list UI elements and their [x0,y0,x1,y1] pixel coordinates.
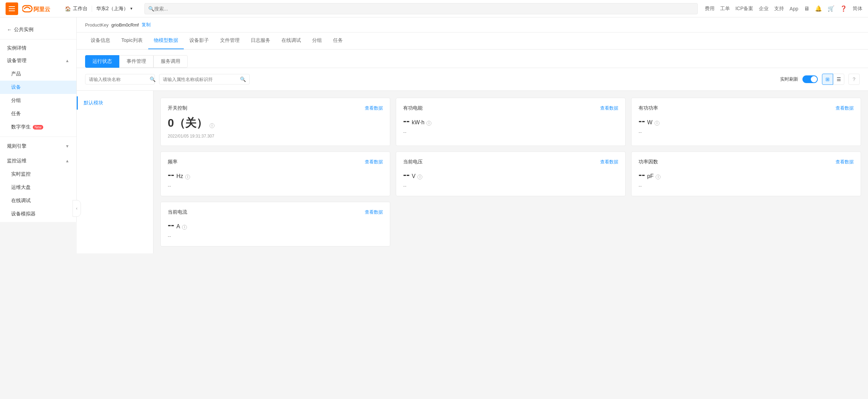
tab-group[interactable]: 分组 [307,32,327,49]
subtab-service-call[interactable]: 服务调用 [153,55,188,68]
chevron-down-icon-rule: ▼ [65,144,69,149]
info-icon-3[interactable]: i [185,175,190,179]
card-view-data-link-4[interactable]: 查看数据 [600,159,618,165]
nav-help-icon[interactable]: ❓ [840,5,847,12]
data-card-1: 有功电能 查看数据 -- kW·h i -- [396,98,626,146]
sidebar-instance-detail[interactable]: 实例详情 [0,42,76,54]
info-icon-4[interactable]: i [417,175,422,179]
tab-thing-model[interactable]: 物模型数据 [148,32,184,49]
arrow-left-icon: ← [7,27,12,32]
info-icon-5[interactable]: i [656,175,661,179]
sidebar-item-online-debug[interactable]: 在线调试 [0,194,76,207]
card-dash-6: -- [168,234,383,239]
nav-support[interactable]: 支持 [774,6,784,12]
logo-icon: 阿里云 [22,3,54,14]
subtab-running-state[interactable]: 运行状态 [85,55,119,68]
new-badge: New [33,125,43,130]
nav-icp[interactable]: ICP备案 [735,6,753,12]
nav-fees[interactable]: 费用 [705,6,715,12]
copy-button[interactable]: 复制 [142,22,151,28]
card-view-data-link-3[interactable]: 查看数据 [365,159,383,165]
help-button[interactable]: ? [848,74,860,85]
sidebar-item-product[interactable]: 产品 [0,67,76,81]
card-view-data-link-6[interactable]: 查看数据 [365,209,383,215]
module-filter[interactable]: 🔍 [85,74,155,84]
grid-icon: ⊞ [825,76,830,82]
region-label: 华东2（上海） [96,6,128,12]
sidebar-item-group[interactable]: 分组 [0,94,76,107]
sidebar-item-realtime[interactable]: 实时监控 [0,168,76,181]
sidebar-item-device-sim[interactable]: 设备模拟器 [0,207,76,221]
sidebar-item-digital-twin[interactable]: 数字孪生 New [0,120,76,134]
nav-enterprise[interactable]: 企业 [759,6,769,12]
nav-bell-icon[interactable]: 🔔 [815,5,822,12]
subtab-event-mgmt[interactable]: 事件管理 [119,55,153,68]
sidebar-group-device-header[interactable]: 设备管理 ▲ [0,54,76,67]
card-title-1: 有功电能 [403,105,423,111]
sidebar-item-task[interactable]: 任务 [0,107,76,120]
nav-workorder[interactable]: 工单 [720,6,730,12]
tab-log-service[interactable]: 日志服务 [245,32,276,49]
workbench-nav[interactable]: 🏠 工作台 [61,6,92,12]
tab-online-debug[interactable]: 在线调试 [276,32,307,49]
card-title-0: 开关控制 [168,105,187,111]
sidebar-divider-2 [0,136,76,137]
info-icon-0[interactable]: i [210,123,214,128]
hamburger-button[interactable] [6,2,18,15]
tab-file-mgmt[interactable]: 文件管理 [214,32,245,49]
tab-device-shadow[interactable]: 设备影子 [184,32,214,49]
svg-rect-0 [22,6,32,12]
info-icon-2[interactable]: i [655,121,659,126]
sidebar-collapse-button[interactable]: ‹ [73,200,81,217]
card-title-6: 当前电流 [168,209,187,215]
nav-screen-icon[interactable]: 🖥 [804,6,809,12]
region-selector[interactable]: 华东2（上海） ▼ [92,6,137,12]
list-view-button[interactable]: ☰ [833,74,844,85]
sidebar-back-btn[interactable]: ← 公共实例 [0,23,76,36]
card-dash-2: -- [639,130,854,135]
card-title-3: 频率 [168,159,178,165]
card-view-data-link-2[interactable]: 查看数据 [836,105,854,111]
card-view-data-link-0[interactable]: 查看数据 [365,105,383,111]
attr-search-input[interactable] [163,77,238,82]
tab-device-info[interactable]: 设备信息 [85,32,116,49]
main-tab-bar: 设备信息 Topic列表 物模型数据 设备影子 文件管理 日志服务 在线调试 分… [77,32,868,50]
sidebar-rule-engine-header[interactable]: 规则引擎 ▼ [0,140,76,153]
module-search-input[interactable] [89,77,148,82]
info-icon-1[interactable]: i [427,121,431,126]
attr-filter[interactable]: 🔍 [159,74,250,84]
realtime-toggle[interactable] [802,75,818,83]
chevron-up-icon: ▲ [65,58,69,63]
sidebar-group-monitoring: 监控运维 ▲ 实时监控 运维大盘 在线调试 设备模拟器 [0,154,76,221]
tab-task[interactable]: 任务 [327,32,348,49]
tab-topic-list[interactable]: Topic列表 [116,32,148,49]
logo[interactable]: 阿里云 [22,3,54,14]
product-key-label: ProductKey [85,22,108,28]
sub-tab-bar: 运行状态 事件管理 服务调用 [85,55,860,68]
sidebar-group-device-mgmt: 设备管理 ▲ 产品 设备 分组 任务 数字孪生 New [0,54,76,134]
card-title-5: 功率因数 [639,159,658,165]
filter-left: 🔍 🔍 [85,74,250,84]
sidebar-monitoring-header[interactable]: 监控运维 ▲ [0,154,76,168]
toggle-knob [811,76,817,82]
sidebar-item-device[interactable]: 设备 [0,81,76,94]
nav-cart-icon[interactable]: 🛒 [828,5,835,12]
search-input[interactable] [154,6,694,12]
svg-text:阿里云: 阿里云 [33,6,50,12]
nav-app[interactable]: App [790,6,798,12]
card-dash-5: -- [639,183,854,189]
sidebar-item-ops[interactable]: 运维大盘 [0,181,76,194]
card-dash-4: -- [403,183,618,189]
data-card-3: 频率 查看数据 -- Hz i -- [160,152,390,196]
card-view-data-link-1[interactable]: 查看数据 [600,105,618,111]
search-bar[interactable]: 🔍 [144,3,698,14]
grid-view-button[interactable]: ⊞ [822,74,833,85]
card-view-data-link-5[interactable]: 查看数据 [836,159,854,165]
card-unit-1: kW·h [412,119,424,126]
filter-right: 实时刷新 ⊞ ☰ ? [780,74,860,85]
card-unit-2: W [647,119,652,126]
info-icon-6[interactable]: i [182,225,187,230]
sidebar-group-rule-engine: 规则引擎 ▼ [0,140,76,153]
module-item-default[interactable]: 默认模块 [77,96,153,110]
nav-language[interactable]: 简体 [853,6,862,12]
